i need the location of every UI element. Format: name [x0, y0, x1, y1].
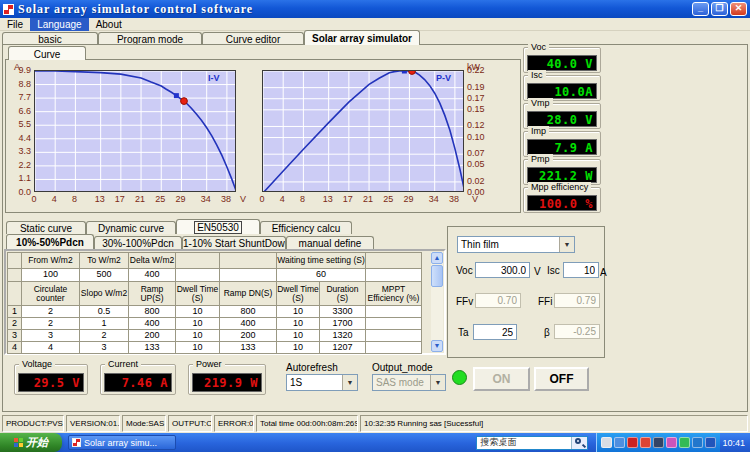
table-cell[interactable]	[8, 269, 22, 282]
table-cell[interactable]: 1700	[320, 318, 366, 330]
table-cell[interactable]: 133	[129, 342, 176, 354]
tab-en50530[interactable]: EN50530	[176, 219, 260, 234]
table-cell[interactable]: 10	[277, 318, 320, 330]
table-cell[interactable]: 1207	[320, 342, 366, 354]
ta-field[interactable]	[473, 324, 517, 340]
table-cell[interactable]: 2	[80, 330, 129, 342]
table-cell[interactable]: 4	[8, 342, 22, 354]
tab-dynamic-curve[interactable]: Dynamic curve	[86, 221, 176, 234]
analysis-tab-bar: Static curve Dynamic curve EN50530 Effic…	[6, 219, 352, 234]
table-cell[interactable]: 10	[277, 342, 320, 354]
table-cell[interactable]: 133	[220, 342, 277, 354]
tray-network-icon[interactable]	[653, 437, 664, 448]
tab-curve[interactable]: Curve	[8, 46, 86, 60]
table-cell: Dwell Time (S)	[176, 282, 220, 306]
table-cell[interactable]: 1320	[320, 330, 366, 342]
x-tick-label: 38	[446, 194, 462, 204]
tray-emule-icon[interactable]	[614, 437, 625, 448]
menu-language[interactable]: Language	[30, 18, 89, 31]
table-cell[interactable]: 60	[277, 269, 366, 282]
tray-ati-icon[interactable]	[627, 437, 638, 448]
tray-messenger-icon[interactable]	[679, 437, 690, 448]
table-cell[interactable]: 3	[80, 342, 129, 354]
table-cell[interactable]: 400	[129, 318, 176, 330]
voc-field[interactable]	[475, 262, 530, 278]
x-tick-label: 17	[112, 194, 128, 204]
table-cell[interactable]: 2	[8, 318, 22, 330]
table-cell[interactable]: 10	[176, 318, 220, 330]
table-row: 120.580010800103300	[7, 306, 422, 318]
scroll-down-icon[interactable]: ▼	[431, 340, 443, 352]
table-cell[interactable]: 1	[80, 318, 129, 330]
tab-solar-array-simulator[interactable]: Solar array simulator	[304, 30, 420, 45]
table-scrollbar[interactable]: ▲ ▼	[431, 252, 443, 352]
measure-value: 221.2 W	[527, 167, 597, 183]
table-cell[interactable]: 400	[129, 269, 176, 282]
tab-efficiency-calcu[interactable]: Efficiency calcu	[260, 221, 352, 234]
start-button[interactable]: 开始	[0, 433, 62, 452]
desktop-search-input[interactable]: 搜索桌面	[476, 436, 588, 450]
x-tick-label: 8	[66, 194, 82, 204]
x-tick-label: 38	[218, 194, 234, 204]
tray-keyboard-icon[interactable]	[601, 437, 612, 448]
isc-field[interactable]	[563, 262, 599, 278]
module-type-select[interactable]: Thin film ▼	[457, 236, 575, 253]
close-button[interactable]: ✕	[730, 2, 747, 16]
table-cell[interactable]	[366, 318, 422, 330]
scroll-up-icon[interactable]: ▲	[431, 252, 443, 264]
scroll-thumb[interactable]	[431, 265, 443, 287]
table-cell: Ramp UP(S)	[129, 282, 176, 306]
search-icon[interactable]	[571, 437, 587, 449]
table-cell	[176, 252, 220, 269]
table-cell[interactable]	[220, 269, 277, 282]
table-cell[interactable]: 800	[220, 306, 277, 318]
table-cell[interactable]: 10	[176, 306, 220, 318]
tab-10-50-pdcn[interactable]: 10%-50%Pdcn	[6, 234, 94, 249]
table-cell[interactable]: 200	[220, 330, 277, 342]
taskbar-app-button[interactable]: Solar array simu...	[68, 435, 176, 450]
table-grid: From W/m2To W/m2Delta W/m2Waiting time s…	[7, 252, 422, 354]
table-cell[interactable]: 4	[22, 342, 80, 354]
table-cell[interactable]: 3	[22, 330, 80, 342]
ta-label: Ta	[458, 327, 469, 338]
tab-static-curve[interactable]: Static curve	[6, 221, 86, 234]
tray-defender-shield-icon[interactable]	[705, 437, 716, 448]
tray-wifi-icon[interactable]	[666, 437, 677, 448]
on-button[interactable]: ON	[473, 367, 530, 391]
tab-manual-define[interactable]: manual define	[286, 236, 374, 249]
current-value: 7.46 A	[104, 373, 172, 392]
table-cell[interactable]: 3	[8, 330, 22, 342]
table-cell[interactable]: 10	[277, 330, 320, 342]
y-tick-label: 0.05	[467, 159, 497, 169]
table-cell[interactable]: 400	[220, 318, 277, 330]
table-cell[interactable]	[366, 269, 422, 282]
table-cell[interactable]: 10	[176, 330, 220, 342]
table-cell[interactable]	[366, 306, 422, 318]
menu-about[interactable]: About	[89, 18, 129, 31]
table-cell[interactable]	[176, 269, 220, 282]
y-tick-label: 5.5	[10, 119, 31, 129]
off-button[interactable]: OFF	[534, 367, 589, 391]
table-cell[interactable]: 10	[176, 342, 220, 354]
table-cell[interactable]: 800	[129, 306, 176, 318]
table-cell[interactable]: 500	[80, 269, 129, 282]
restore-button[interactable]: ❐	[711, 2, 728, 16]
tab-30-100-pdcn[interactable]: 30%-100%Pdcn	[94, 236, 182, 249]
autorefresh-select[interactable]: 1S ▼	[286, 374, 358, 391]
tray-antivirus-shield-icon[interactable]	[640, 437, 651, 448]
table-cell[interactable]: 3300	[320, 306, 366, 318]
menu-file[interactable]: File	[0, 18, 30, 31]
table-cell[interactable]: 100	[22, 269, 80, 282]
table-cell[interactable]: 1	[8, 306, 22, 318]
table-cell[interactable]	[366, 330, 422, 342]
y-tick-label: 0.19	[467, 82, 497, 92]
table-cell[interactable]: 2	[22, 306, 80, 318]
table-cell[interactable]: 0.5	[80, 306, 129, 318]
minimize-button[interactable]: _	[692, 2, 709, 16]
table-cell[interactable]	[366, 342, 422, 354]
tray-security-shield-icon[interactable]	[692, 437, 703, 448]
table-cell[interactable]: 10	[277, 306, 320, 318]
table-cell[interactable]: 2	[22, 318, 80, 330]
table-cell[interactable]: 200	[129, 330, 176, 342]
tab-1-10-start-shuntdown[interactable]: 1-10% Start ShuntDown	[182, 236, 286, 249]
